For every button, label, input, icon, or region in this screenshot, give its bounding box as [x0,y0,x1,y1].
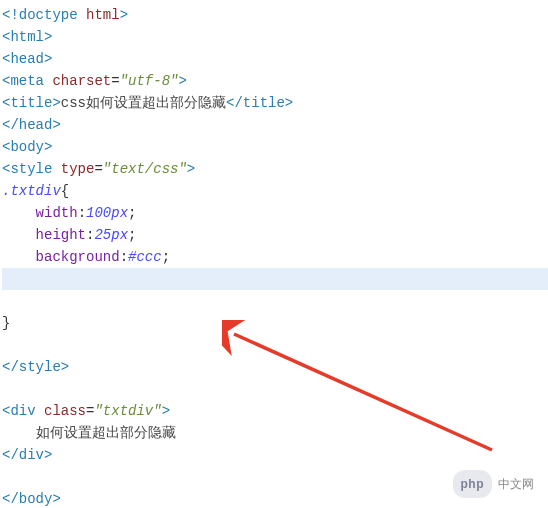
code-token: ; [128,205,136,221]
code-token: <body> [2,139,52,155]
code-token: charset [52,73,111,89]
code-line: <div class="txtdiv"> [2,400,548,422]
code-token [2,205,36,221]
code-line: <style type="text/css"> [2,158,548,180]
code-token: background [36,249,120,265]
code-token: type [61,161,95,177]
code-line: } [2,312,548,334]
code-token: 100px [86,205,128,221]
code-line: .txtdiv{ [2,180,548,202]
code-token [2,271,10,287]
code-token [2,249,36,265]
code-line: <html> [2,26,548,48]
code-line: </head> [2,114,548,136]
code-token: <div [2,403,44,419]
code-token [2,227,36,243]
code-token: ; [162,249,170,265]
code-line [2,334,548,356]
code-token: > [120,7,128,23]
code-token: "utf-8" [120,73,179,89]
code-token: = [111,73,119,89]
code-line [2,268,548,290]
code-token: html [86,7,120,23]
code-line: width:100px; [2,202,548,224]
code-token: <!doctype [2,7,86,23]
code-line: </style> [2,356,548,378]
code-token: : [120,249,128,265]
code-token: > [162,403,170,419]
code-token: .txtdiv [2,183,61,199]
code-token: class [44,403,86,419]
code-token: </div> [2,447,52,463]
code-line: <!doctype html> [2,4,548,26]
code-token: = [94,161,102,177]
code-line: <head> [2,48,548,70]
code-token [2,337,10,353]
code-line [2,378,548,400]
code-line: height:25px; [2,224,548,246]
code-token: { [61,183,69,199]
code-line [2,290,548,312]
code-token [2,293,10,309]
badge-text: 中文网 [498,473,534,495]
code-token: <meta [2,73,52,89]
code-token: </head> [2,117,61,133]
badge-pill: php [453,470,493,498]
code-token: } [2,315,10,331]
code-token: > [187,161,195,177]
code-token: <html> [2,29,52,45]
code-token: css如何设置超出部分隐藏 [61,95,226,111]
code-line: background:#ccc; [2,246,548,268]
code-token: </style> [2,359,69,375]
code-token: width [36,205,78,221]
code-line: 如何设置超出部分隐藏 [2,422,548,444]
code-editor: <!doctype html><html><head><meta charset… [0,0,548,508]
code-token: height [36,227,86,243]
code-token: 25px [94,227,128,243]
code-token: : [78,205,86,221]
code-line: <body> [2,136,548,158]
code-token: "txtdiv" [94,403,161,419]
code-token: <style [2,161,61,177]
code-token: ; [128,227,136,243]
code-token: 如何设置超出部分隐藏 [2,425,176,441]
code-line: </div> [2,444,548,466]
code-token: > [178,73,186,89]
code-token: #ccc [128,249,162,265]
code-line: <title>css如何设置超出部分隐藏</title> [2,92,548,114]
code-token: "text/css" [103,161,187,177]
code-token: </title> [226,95,293,111]
code-token [2,381,10,397]
code-token: <title> [2,95,61,111]
code-token [2,469,10,485]
code-line: <meta charset="utf-8"> [2,70,548,92]
watermark-badge: php 中文网 [453,470,535,498]
code-token: </body> [2,491,61,507]
code-token: <head> [2,51,52,67]
